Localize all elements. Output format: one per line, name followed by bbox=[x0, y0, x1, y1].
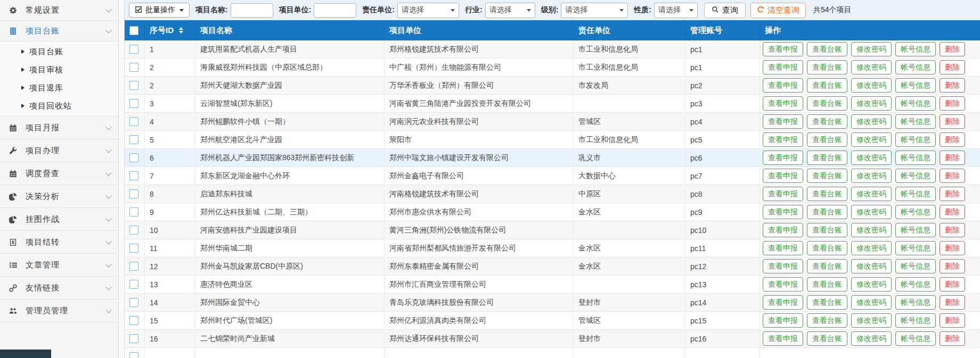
sidebar-subitem[interactable]: 项目退库 bbox=[0, 79, 118, 97]
delete-button[interactable]: 删除 bbox=[940, 205, 965, 219]
change-password-button[interactable]: 修改密码 bbox=[851, 277, 892, 292]
sidebar-item-8[interactable]: 项目结转 bbox=[0, 231, 118, 254]
account-info-button[interactable]: 帐号信息 bbox=[895, 223, 936, 237]
change-password-button[interactable]: 修改密码 bbox=[851, 151, 892, 165]
account-info-button[interactable]: 帐号信息 bbox=[895, 60, 936, 74]
view-declare-button[interactable]: 查看申报 bbox=[763, 78, 803, 93]
view-ledger-button[interactable]: 查看台账 bbox=[807, 277, 847, 292]
row-checkbox[interactable] bbox=[129, 153, 138, 162]
view-declare-button[interactable]: 查看申报 bbox=[763, 169, 803, 183]
row-checkbox[interactable] bbox=[129, 280, 138, 289]
account-info-button[interactable]: 帐号信息 bbox=[895, 331, 936, 346]
account-info-button[interactable]: 帐号信息 bbox=[895, 96, 936, 111]
view-ledger-button[interactable]: 查看台账 bbox=[807, 114, 847, 129]
row-checkbox[interactable] bbox=[129, 99, 138, 108]
row-checkbox[interactable] bbox=[129, 334, 138, 343]
delete-button[interactable]: 删除 bbox=[940, 114, 965, 129]
delete-button[interactable]: 删除 bbox=[940, 295, 965, 310]
row-checkbox[interactable] bbox=[129, 316, 138, 325]
change-password-button[interactable]: 修改密码 bbox=[851, 205, 892, 219]
change-password-button[interactable]: 修改密码 bbox=[851, 96, 892, 111]
view-declare-button[interactable]: 查看申报 bbox=[763, 295, 803, 310]
account-info-button[interactable]: 帐号信息 bbox=[895, 187, 936, 201]
delete-button[interactable]: 删除 bbox=[940, 223, 965, 237]
view-ledger-button[interactable]: 查看台账 bbox=[807, 223, 847, 237]
row-checkbox[interactable] bbox=[129, 352, 138, 358]
change-password-button[interactable]: 修改密码 bbox=[851, 169, 892, 183]
view-ledger-button[interactable]: 查看台账 bbox=[807, 241, 847, 255]
sidebar-item-9[interactable]: 文章管理 bbox=[0, 254, 118, 277]
sidebar-item-6[interactable]: 决策分析 bbox=[0, 185, 118, 208]
view-ledger-button[interactable]: 查看台账 bbox=[807, 132, 847, 147]
sidebar-item-7[interactable]: 挂图作战 bbox=[0, 208, 118, 231]
delete-button[interactable]: 删除 bbox=[940, 313, 965, 328]
view-ledger-button[interactable]: 查看台账 bbox=[807, 187, 847, 201]
account-info-button[interactable]: 帐号信息 bbox=[895, 151, 936, 165]
view-declare-button[interactable]: 查看申报 bbox=[763, 313, 803, 328]
view-declare-button[interactable]: 查看申报 bbox=[763, 96, 803, 111]
sidebar-item-10[interactable]: 友情链接 bbox=[0, 277, 118, 299]
row-checkbox[interactable] bbox=[129, 135, 138, 144]
nature-select[interactable]: 请选择 bbox=[654, 3, 698, 18]
batch-actions-button[interactable]: 批量操作 bbox=[129, 3, 190, 18]
account-info-button[interactable]: 帐号信息 bbox=[895, 132, 936, 147]
account-info-button[interactable]: 帐号信息 bbox=[895, 78, 936, 93]
view-declare-button[interactable]: 查看申报 bbox=[763, 132, 803, 147]
query-button[interactable]: 查询 bbox=[704, 3, 746, 18]
delete-button[interactable]: 删除 bbox=[940, 331, 965, 346]
sidebar-subitem[interactable]: 项目回收站 bbox=[0, 97, 118, 115]
view-ledger-button[interactable]: 查看台账 bbox=[807, 205, 847, 219]
account-info-button[interactable]: 帐号信息 bbox=[895, 241, 936, 255]
view-declare-button[interactable]: 查看申报 bbox=[763, 114, 803, 129]
view-declare-button[interactable]: 查看申报 bbox=[763, 259, 803, 273]
delete-button[interactable]: 删除 bbox=[940, 277, 965, 292]
row-checkbox[interactable] bbox=[129, 63, 138, 72]
delete-button[interactable]: 删除 bbox=[940, 169, 965, 183]
view-ledger-button[interactable]: 查看台账 bbox=[807, 151, 847, 165]
row-checkbox[interactable] bbox=[129, 117, 138, 126]
row-checkbox[interactable] bbox=[129, 262, 138, 271]
account-info-button[interactable]: 帐号信息 bbox=[895, 114, 936, 129]
sidebar-item-5[interactable]: 调度督查 bbox=[0, 162, 118, 185]
account-info-button[interactable]: 帐号信息 bbox=[895, 259, 936, 273]
row-checkbox[interactable] bbox=[129, 226, 138, 235]
level-select[interactable]: 请选择 bbox=[561, 3, 628, 18]
view-ledger-button[interactable]: 查看台账 bbox=[807, 169, 847, 183]
delete-button[interactable]: 删除 bbox=[940, 96, 965, 111]
view-declare-button[interactable]: 查看申报 bbox=[763, 277, 803, 292]
change-password-button[interactable]: 修改密码 bbox=[851, 313, 892, 328]
account-info-button[interactable]: 帐号信息 bbox=[895, 313, 936, 328]
delete-button[interactable]: 删除 bbox=[940, 241, 965, 255]
view-ledger-button[interactable]: 查看台账 bbox=[807, 259, 847, 273]
view-declare-button[interactable]: 查看申报 bbox=[763, 42, 803, 56]
delete-button[interactable]: 删除 bbox=[940, 259, 965, 273]
row-checkbox[interactable] bbox=[129, 81, 138, 90]
sidebar-subitem[interactable]: 项目审核 bbox=[0, 61, 118, 79]
change-password-button[interactable]: 修改密码 bbox=[851, 60, 892, 74]
delete-button[interactable]: 删除 bbox=[940, 187, 965, 201]
change-password-button[interactable]: 修改密码 bbox=[851, 295, 892, 310]
project-name-input[interactable] bbox=[231, 3, 273, 18]
sidebar-item-11[interactable]: 管理员管理 bbox=[0, 299, 118, 322]
account-info-button[interactable]: 帐号信息 bbox=[895, 169, 936, 183]
row-checkbox[interactable] bbox=[129, 207, 138, 217]
delete-button[interactable]: 删除 bbox=[940, 151, 965, 165]
view-declare-button[interactable]: 查看申报 bbox=[763, 187, 803, 201]
sidebar-item-3[interactable]: 项目月报 bbox=[0, 116, 118, 139]
view-ledger-button[interactable]: 查看台账 bbox=[807, 60, 847, 74]
select-all-checkbox[interactable] bbox=[129, 26, 138, 35]
sidebar-subitem[interactable]: 项目台账 bbox=[0, 43, 118, 61]
change-password-button[interactable]: 修改密码 bbox=[851, 42, 892, 56]
account-info-button[interactable]: 帐号信息 bbox=[895, 295, 936, 310]
row-checkbox[interactable] bbox=[129, 171, 138, 180]
view-ledger-button[interactable]: 查看台账 bbox=[807, 295, 847, 310]
change-password-button[interactable]: 修改密码 bbox=[851, 132, 892, 147]
view-declare-button[interactable]: 查看申报 bbox=[763, 223, 803, 237]
industry-select[interactable]: 请选择 bbox=[485, 3, 535, 18]
change-password-button[interactable]: 修改密码 bbox=[851, 78, 892, 93]
sidebar-item-2[interactable]: 项目台账 bbox=[0, 21, 118, 41]
view-declare-button[interactable]: 查看申报 bbox=[763, 241, 803, 255]
account-info-button[interactable]: 帐号信息 bbox=[895, 277, 936, 292]
row-checkbox[interactable] bbox=[129, 189, 138, 198]
change-password-button[interactable]: 修改密码 bbox=[851, 223, 892, 237]
